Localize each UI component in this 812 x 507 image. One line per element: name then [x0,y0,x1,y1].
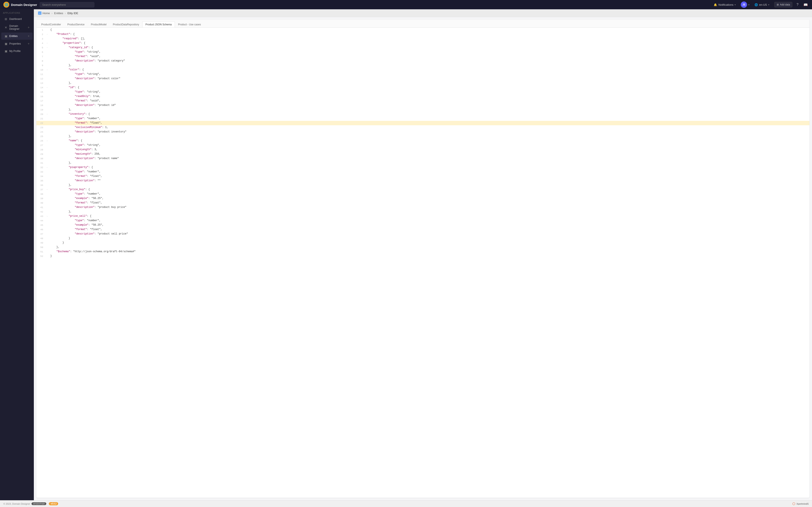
code-line[interactable]: 13 }, [36,81,809,86]
code-line[interactable]: 28 "minLength": 3, [36,148,809,152]
code-line[interactable]: 1{ [36,28,809,32]
code-line[interactable]: 2- "Product": { [36,32,809,37]
line-number: 50 [36,245,47,249]
fold-indicator[interactable]: - [47,214,49,218]
fold-indicator[interactable]: - [47,41,49,45]
code-line[interactable]: 18 "description": "product id" [36,103,809,108]
line-number: 34 [36,174,47,178]
code-line[interactable]: 30 "description": "product name" [36,156,809,161]
code-editor[interactable]: 1{2- "Product": {3 "required": [],4- "pr… [36,28,809,498]
code-line[interactable]: 31 }, [36,161,809,165]
code-line[interactable]: 21 "type": "number", [36,116,809,121]
code-line[interactable]: 43- "price_sell": { [36,214,809,218]
code-line[interactable]: 3 "required": [], [36,37,809,41]
add-domain-designer-button[interactable]: + [28,25,30,30]
help-icon[interactable]: ? [796,2,799,7]
code-line[interactable]: 35 "description": "" [36,178,809,183]
code-line[interactable]: 49 } [36,241,809,245]
line-number: 28 [36,148,47,152]
fold-indicator [47,201,49,205]
language-label: en-US [759,3,767,6]
code-line[interactable]: 33 "type": "number", [36,170,809,174]
tab-product-json-schema[interactable]: Product JSON Schema [142,21,175,27]
code-line[interactable]: 9 }, [36,63,809,68]
code-line[interactable]: 32- "piaproperty": { [36,165,809,170]
line-number: 10 [36,68,47,72]
line-content: "type": "number", [49,170,809,174]
code-line[interactable]: 52} [36,254,809,258]
code-line[interactable]: 5- "category_id": { [36,45,809,50]
language-selector[interactable]: 🌐 en-US ▾ [753,2,771,7]
brand-icon: ⬡ [792,502,795,506]
code-line[interactable]: 36 }, [36,183,809,187]
code-line[interactable]: 38 "type": "number", [36,192,809,196]
fold-indicator[interactable]: - [47,32,49,37]
fold-indicator [47,108,49,112]
code-line[interactable]: 37- "price_buy": { [36,187,809,192]
breadcrumb-home[interactable]: ⌂ Home [38,11,50,15]
code-line[interactable]: 50 }, [36,245,809,249]
tab-product-controller[interactable]: ProductController [38,21,64,27]
code-line[interactable]: 29 "maxLength": 250, [36,152,809,156]
code-line[interactable]: 47 "description": "product sell price" [36,232,809,236]
add-properties-button[interactable]: + [28,42,30,46]
fold-indicator[interactable]: - [47,68,49,72]
code-line[interactable]: 44 "type": "number", [36,218,809,223]
add-entities-button[interactable]: + [28,34,30,38]
fold-indicator[interactable]: - [47,86,49,90]
sidebar-item-entities[interactable]: ▣ Entities + [1,33,33,40]
code-line[interactable]: 11 "type": "string", [36,72,809,76]
code-line[interactable]: 8 "description": "product category" [36,59,809,63]
code-line[interactable]: 48 } [36,236,809,241]
tab-product-data-repo[interactable]: ProductDataRepository [110,21,142,27]
code-line[interactable]: 20- "inventory": { [36,112,809,116]
fold-indicator[interactable]: - [47,45,49,50]
fold-indicator[interactable]: - [47,187,49,192]
fold-indicator [47,103,49,108]
code-line[interactable]: 27 "type": "string", [36,143,809,148]
code-line[interactable]: 22 "format": "float", [36,121,809,125]
fold-indicator[interactable]: - [47,165,49,170]
avatar[interactable]: JE [741,1,747,8]
code-line[interactable]: 6 "type": "string", [36,50,809,54]
code-line[interactable]: 7 "format": "uuid", [36,54,809,59]
user-menu[interactable]: JE ▾ [741,1,749,8]
fold-indicator[interactable]: - [47,138,49,143]
code-line[interactable]: 34 "format": "float", [36,174,809,178]
code-line[interactable]: 42 }, [36,210,809,214]
code-line[interactable]: 51 "$schema": "http://json-schema.org/dr… [36,249,809,254]
code-line[interactable]: 45 "example": "50.25", [36,223,809,227]
breadcrumb-entities[interactable]: Entities [54,12,63,15]
sidebar-item-my-profile[interactable]: ▣ My Profile [1,48,33,55]
sidebar-item-domain-designer[interactable]: ✕ Domain Designer + [1,23,33,32]
search-input[interactable] [40,2,95,8]
code-line[interactable]: 19 }, [36,108,809,112]
tab-product-model[interactable]: ProductModel [88,21,110,27]
notifications-button[interactable]: 🔔 Notifications ▾ [712,2,738,7]
sidebar-item-properties[interactable]: ▣ Properties + [1,40,33,47]
code-line[interactable]: 39 "example": "50.25", [36,196,809,201]
code-line[interactable]: 46 "format": "float", [36,227,809,232]
code-line[interactable]: 14- "id": { [36,86,809,90]
code-line[interactable]: 4- "properties": { [36,41,809,45]
code-line[interactable]: 23 "exclusiveMinimum": 1, [36,125,809,130]
code-line[interactable]: 24 "description": "product inventory" [36,130,809,134]
add-data-button[interactable]: ⊞ Add data [774,2,792,7]
fold-indicator [47,130,49,134]
code-line[interactable]: 15 "type": "string", [36,90,809,94]
fold-indicator[interactable]: - [47,112,49,116]
code-line[interactable]: 40 "format": "float", [36,201,809,205]
sidebar-item-dashboard[interactable]: ⊞ Dashboard [1,16,33,22]
code-line[interactable]: 16 "readOnly": true, [36,94,809,99]
line-number: 24 [36,130,47,134]
tab-product-service[interactable]: ProductService [64,21,88,27]
code-line[interactable]: 12 "description": "product color" [36,76,809,81]
book-icon[interactable]: 📖 [803,2,809,8]
code-line[interactable]: 25 }, [36,134,809,138]
sidebar-item-label: My Profile [9,50,20,53]
code-line[interactable]: 10- "color": { [36,68,809,72]
tab-product-use-cases[interactable]: Product - Use cases [175,21,204,27]
code-line[interactable]: 26- "name": { [36,138,809,143]
code-line[interactable]: 41 "description": "product buy price" [36,205,809,210]
code-line[interactable]: 17 "format": "uuid", [36,99,809,103]
